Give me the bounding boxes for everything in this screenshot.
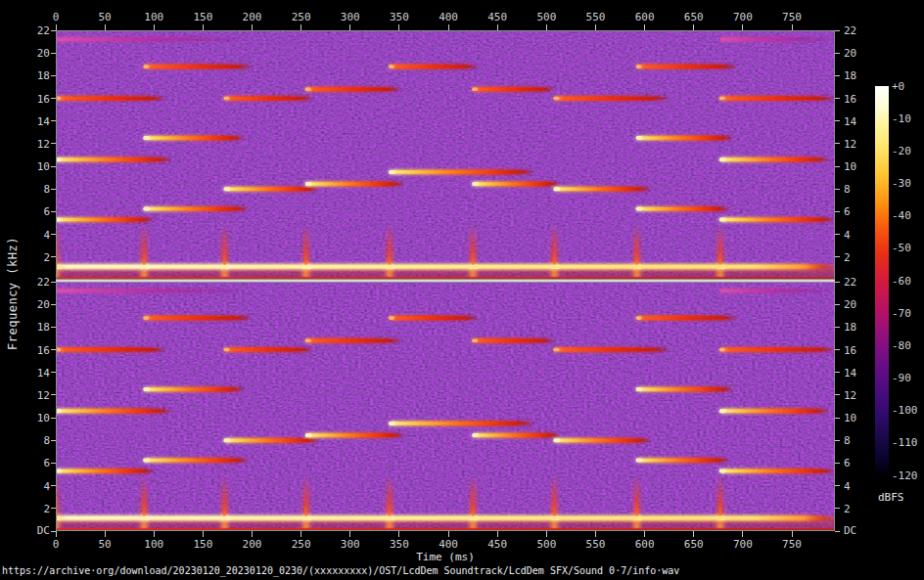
freq-tick-label-left: 14 bbox=[15, 115, 50, 128]
time-tick-label-top: 350 bbox=[378, 11, 421, 23]
spectrogram-channel-1 bbox=[56, 30, 835, 280]
colorbar-gradient bbox=[875, 86, 889, 475]
freq-tick-left bbox=[51, 256, 56, 257]
time-tick-bottom bbox=[792, 531, 793, 537]
time-tick-label-top: 100 bbox=[132, 11, 175, 23]
time-tick-label-top: 600 bbox=[624, 11, 667, 23]
time-tick-top bbox=[497, 24, 498, 30]
freq-tick-label-right: 6 bbox=[844, 205, 879, 218]
freq-axis-title: Frequency (kHz) bbox=[6, 196, 22, 391]
freq-tick-left bbox=[51, 120, 56, 121]
freq-tick-label-left: 22 bbox=[15, 24, 50, 37]
freq-tick-left bbox=[51, 282, 56, 283]
time-tick-label-bottom: 650 bbox=[672, 538, 716, 551]
time-tick-label-top: 150 bbox=[181, 11, 224, 23]
freq-tick-label-left: 10 bbox=[15, 412, 50, 424]
freq-tick-left bbox=[51, 30, 56, 31]
spectrogram-channel-2 bbox=[56, 282, 835, 531]
time-tick-label-bottom: 300 bbox=[329, 538, 372, 551]
freq-tick-label-right: 12 bbox=[844, 138, 879, 151]
colorbar-tick-label: -30 bbox=[892, 177, 924, 190]
freq-tick-right bbox=[835, 304, 840, 305]
freq-tick-label-right: 8 bbox=[844, 183, 879, 196]
time-tick-bottom bbox=[448, 531, 449, 537]
time-tick-top bbox=[792, 24, 793, 30]
freq-tick-right bbox=[835, 463, 840, 464]
freq-tick-label-left: 12 bbox=[15, 138, 50, 151]
freq-tick-label-right: 22 bbox=[844, 276, 879, 289]
freq-tick-left bbox=[51, 211, 56, 212]
colorbar-tick-label: +0 bbox=[892, 80, 924, 93]
freq-tick-label-left: 8 bbox=[15, 183, 50, 196]
freq-tick-label-right: 2 bbox=[844, 251, 879, 264]
time-tick-label-bottom: 0 bbox=[34, 538, 77, 551]
time-tick-bottom bbox=[300, 531, 301, 537]
time-tick-label-top: 200 bbox=[231, 11, 274, 23]
freq-tick-left bbox=[51, 418, 56, 419]
freq-tick-left bbox=[51, 372, 56, 373]
freq-tick-label-right: 6 bbox=[844, 457, 879, 469]
time-tick-label-top: 650 bbox=[672, 11, 716, 23]
time-tick-label-bottom: 250 bbox=[280, 538, 323, 551]
colorbar-tick-label: -40 bbox=[892, 209, 924, 222]
freq-tick-label-right: 4 bbox=[844, 480, 879, 493]
colorbar-tick-label: -20 bbox=[892, 145, 924, 157]
freq-tick-label-right: 16 bbox=[844, 93, 879, 106]
time-tick-top bbox=[252, 24, 253, 30]
time-tick-label-top: 750 bbox=[770, 11, 813, 23]
time-tick-top bbox=[105, 24, 106, 30]
freq-tick-label-right: 4 bbox=[844, 229, 879, 242]
spectrogram-canvas bbox=[56, 30, 835, 531]
freq-tick-label-left: 20 bbox=[15, 47, 50, 60]
freq-tick-left bbox=[51, 440, 56, 441]
freq-tick-right bbox=[835, 394, 840, 395]
time-tick-label-bottom: 500 bbox=[525, 538, 568, 551]
time-tick-label-bottom: 50 bbox=[83, 538, 126, 551]
time-tick-label-top: 300 bbox=[329, 11, 372, 23]
time-tick-label-bottom: 750 bbox=[770, 538, 813, 551]
time-tick-bottom bbox=[644, 531, 645, 537]
time-tick-top bbox=[203, 24, 204, 30]
freq-tick-label-right: 14 bbox=[844, 367, 879, 379]
dc-label-right: DC bbox=[844, 524, 879, 537]
freq-tick-left bbox=[51, 53, 56, 54]
freq-tick-label-right: 2 bbox=[844, 503, 879, 515]
freq-tick-left bbox=[51, 98, 56, 99]
colorbar-tick-label: -90 bbox=[892, 372, 924, 384]
freq-tick-label-right: 12 bbox=[844, 389, 879, 402]
time-tick-label-top: 450 bbox=[476, 11, 519, 23]
dc-label-left: DC bbox=[15, 524, 50, 537]
time-tick-label-bottom: 700 bbox=[721, 538, 764, 551]
time-tick-top bbox=[693, 24, 694, 30]
freq-tick-right bbox=[835, 189, 840, 190]
freq-tick-left bbox=[51, 394, 56, 395]
freq-tick-label-left: 8 bbox=[15, 434, 50, 447]
time-tick-bottom bbox=[742, 531, 743, 537]
time-tick-bottom bbox=[105, 531, 106, 537]
freq-tick-right bbox=[835, 440, 840, 441]
time-tick-bottom bbox=[398, 531, 399, 537]
freq-tick-label-right: 22 bbox=[844, 24, 879, 37]
time-axis-title: Time (ms) bbox=[387, 551, 504, 563]
freq-tick-label-right: 20 bbox=[844, 298, 879, 311]
time-tick-top bbox=[154, 24, 155, 30]
freq-tick-left bbox=[51, 166, 56, 167]
time-tick-bottom bbox=[154, 531, 155, 537]
time-tick-label-bottom: 150 bbox=[181, 538, 224, 551]
freq-tick-right bbox=[835, 234, 840, 235]
freq-tick-right bbox=[835, 53, 840, 54]
time-tick-bottom bbox=[252, 531, 253, 537]
freq-tick-label-right: 10 bbox=[844, 160, 879, 173]
time-tick-label-top: 0 bbox=[34, 11, 77, 23]
time-tick-bottom bbox=[595, 531, 596, 537]
freq-tick-right bbox=[835, 418, 840, 419]
colorbar-tick-label: -100 bbox=[892, 404, 924, 417]
freq-tick-right bbox=[835, 120, 840, 121]
freq-tick-left bbox=[51, 327, 56, 328]
freq-tick-right bbox=[835, 256, 840, 257]
freq-tick-label-right: 14 bbox=[844, 115, 879, 128]
freq-tick-label-left: 2 bbox=[15, 503, 50, 515]
colorbar-tick-label: -60 bbox=[892, 275, 924, 288]
freq-tick-label-left: 16 bbox=[15, 93, 50, 106]
time-tick-top bbox=[546, 24, 547, 30]
